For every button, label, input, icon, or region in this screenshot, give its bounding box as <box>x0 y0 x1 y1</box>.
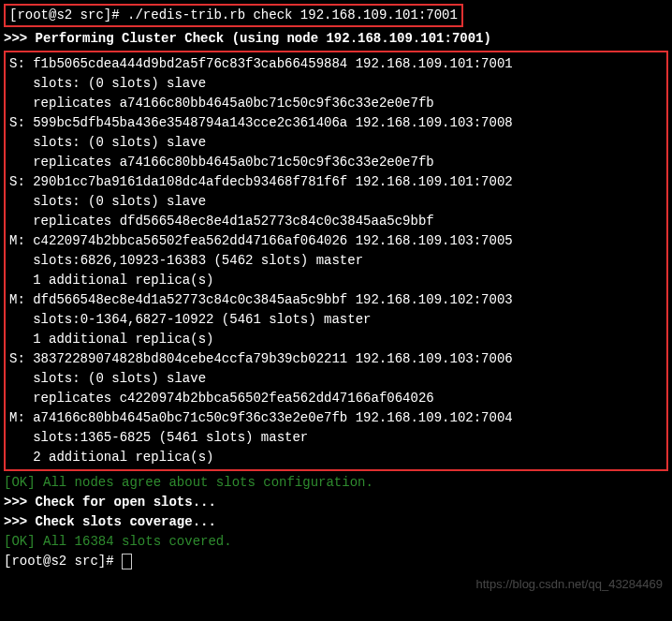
ok-slots-covered: [OK] All 16384 slots covered. <box>4 532 668 552</box>
terminal-window: [root@s2 src]# ./redis-trib.rb check 192… <box>0 0 672 575</box>
check-open-slots: >>> Check for open slots... <box>4 493 668 512</box>
command-text: ./redis-trib.rb check 192.168.109.101:70… <box>127 7 458 22</box>
command-prompt-row: [root@s2 src]# ./redis-trib.rb check 192… <box>4 4 668 29</box>
prompt-highlighted: [root@s2 src]# ./redis-trib.rb check 192… <box>4 4 463 27</box>
shell-prompt-2: [root@s2 src]# <box>4 554 122 569</box>
cursor-icon <box>122 554 132 569</box>
node-entries: S: f1b5065cdea444d9bd2a5f76c83f3cab66459… <box>9 54 663 467</box>
cluster-nodes-box: S: f1b5065cdea444d9bd2a5f76c83f3cab66459… <box>4 51 668 471</box>
watermark-text: https://blog.csdn.net/qq_43284469 <box>476 575 664 576</box>
final-prompt-row[interactable]: [root@s2 src]# <box>4 552 668 571</box>
check-slots-coverage: >>> Check slots coverage... <box>4 512 668 532</box>
cluster-check-header: >>> Performing Cluster Check (using node… <box>4 29 668 49</box>
shell-prompt: [root@s2 src]# <box>9 7 127 22</box>
ok-slots-config: [OK] All nodes agree about slots configu… <box>4 473 668 493</box>
